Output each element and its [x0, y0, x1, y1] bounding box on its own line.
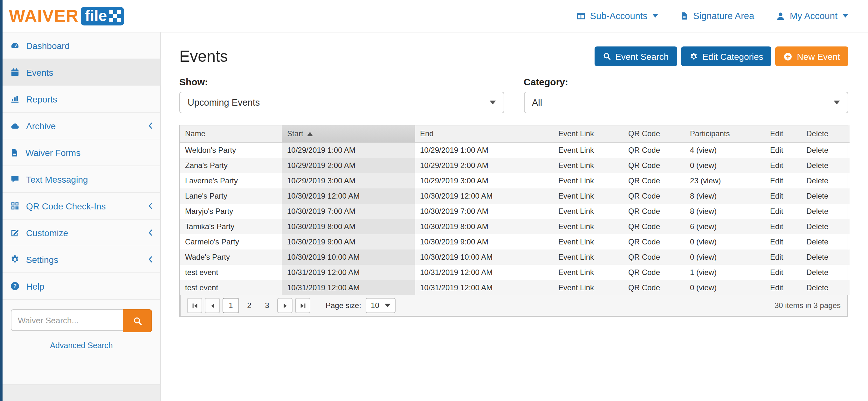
edit-link[interactable]: Edit: [770, 268, 783, 277]
edit-link[interactable]: Edit: [770, 237, 783, 246]
sidebar-item-customize[interactable]: Customize: [3, 220, 160, 246]
delete-link[interactable]: Delete: [806, 283, 828, 292]
sidebar-item-events[interactable]: Events: [3, 59, 160, 86]
qr-code-link[interactable]: QR Code: [628, 146, 660, 155]
edit-link[interactable]: Edit: [770, 222, 783, 231]
previous-page-button[interactable]: [205, 298, 220, 313]
sidebar-item-text-messaging[interactable]: Text Messaging: [3, 166, 160, 193]
sidebar-item-label: Settings: [26, 254, 58, 264]
qr-code-link[interactable]: QR Code: [628, 253, 660, 262]
column-header-name[interactable]: Name: [180, 125, 282, 142]
edit-link[interactable]: Edit: [770, 161, 783, 170]
participants-view-link[interactable]: 0 (view): [690, 161, 717, 170]
new-event-button[interactable]: New Event: [775, 47, 848, 66]
delete-link[interactable]: Delete: [806, 222, 828, 231]
logo-file-box: file: [81, 7, 124, 25]
sidebar-item-archive[interactable]: Archive: [3, 113, 160, 139]
show-select[interactable]: Upcoming Events: [179, 92, 504, 113]
event-link[interactable]: Event Link: [558, 237, 594, 246]
waiverfile-logo[interactable]: WAIVER file: [9, 6, 124, 26]
event-link[interactable]: Event Link: [558, 176, 594, 185]
participants-view-link[interactable]: 8 (view): [690, 192, 717, 200]
qr-code-link[interactable]: QR Code: [628, 237, 660, 246]
qr-code-link[interactable]: QR Code: [628, 192, 660, 200]
event-link[interactable]: Event Link: [558, 146, 594, 155]
participants-view-link[interactable]: 0 (view): [690, 253, 717, 262]
event-link[interactable]: Event Link: [558, 192, 594, 200]
last-page-button[interactable]: [295, 298, 310, 313]
delete-link[interactable]: Delete: [806, 176, 828, 185]
participants-view-link[interactable]: 0 (view): [690, 283, 717, 292]
event-link[interactable]: Event Link: [558, 207, 594, 216]
signature-area-link[interactable]: Signature Area: [680, 11, 754, 21]
participants-view-link[interactable]: 23 (view): [690, 176, 721, 185]
page-number-2[interactable]: 2: [242, 298, 257, 313]
edit-categories-button[interactable]: Edit Categories: [681, 47, 771, 66]
qr-code-link[interactable]: QR Code: [628, 176, 660, 185]
my-account-menu[interactable]: My Account: [776, 11, 848, 21]
event-name-cell: Zana's Party: [180, 158, 282, 173]
participants-view-link[interactable]: 8 (view): [690, 207, 717, 216]
event-link[interactable]: Event Link: [558, 268, 594, 277]
column-header-end[interactable]: End: [414, 125, 553, 142]
event-link[interactable]: Event Link: [558, 283, 594, 292]
qr-code-cell: QR Code: [623, 265, 685, 280]
sidebar-item-settings[interactable]: Settings: [3, 246, 160, 273]
column-header-edit[interactable]: Edit: [765, 125, 801, 142]
qr-code-link[interactable]: QR Code: [628, 161, 660, 170]
waiver-search-button[interactable]: [123, 309, 152, 332]
event-link[interactable]: Event Link: [558, 161, 594, 170]
column-header-event-link[interactable]: Event Link: [553, 125, 623, 142]
participants-view-link[interactable]: 0 (view): [690, 237, 717, 246]
edit-link[interactable]: Edit: [770, 192, 783, 200]
delete-link[interactable]: Delete: [806, 207, 828, 216]
qr-code-link[interactable]: QR Code: [628, 283, 660, 292]
sidebar-item-waiver-forms[interactable]: Waiver Forms: [3, 139, 160, 166]
category-filter-label: Category:: [524, 76, 848, 87]
qr-code-link[interactable]: QR Code: [628, 207, 660, 216]
checkered-flag-icon: [110, 10, 121, 21]
edit-link[interactable]: Edit: [770, 146, 783, 155]
sub-accounts-menu[interactable]: Sub-Accounts: [576, 11, 658, 21]
page-size-select[interactable]: 10: [366, 298, 396, 313]
delete-link[interactable]: Delete: [806, 253, 828, 262]
column-header-delete[interactable]: Delete: [801, 125, 849, 142]
event-link[interactable]: Event Link: [558, 253, 594, 262]
event-search-button[interactable]: Event Search: [594, 47, 677, 66]
event-name-cell: Tamika's Party: [180, 219, 282, 234]
delete-link[interactable]: Delete: [806, 192, 828, 200]
page-number-3[interactable]: 3: [259, 298, 275, 313]
event-link[interactable]: Event Link: [558, 222, 594, 231]
participants-view-link[interactable]: 6 (view): [690, 222, 717, 231]
event-search-label: Event Search: [615, 51, 669, 61]
column-header-participants[interactable]: Participants: [685, 125, 765, 142]
edit-link[interactable]: Edit: [770, 283, 783, 292]
sidebar-item-qr-code-check-ins[interactable]: QR Code Check-Ins: [3, 193, 160, 220]
next-page-button[interactable]: [277, 298, 292, 313]
delete-link[interactable]: Delete: [806, 268, 828, 277]
advanced-search-link[interactable]: Advanced Search: [3, 341, 160, 350]
sidebar-item-help[interactable]: ? Help: [3, 273, 160, 300]
column-header-qr-code[interactable]: QR Code: [623, 125, 685, 142]
delete-link[interactable]: Delete: [806, 146, 828, 155]
page-number-1[interactable]: 1: [223, 298, 239, 313]
qr-code-link[interactable]: QR Code: [628, 268, 660, 277]
event-end-cell: 10/29/2019 2:00 AM: [414, 158, 553, 173]
delete-link[interactable]: Delete: [806, 161, 828, 170]
sidebar-item-label: Customize: [26, 228, 68, 238]
sidebar-item-reports[interactable]: Reports: [3, 86, 160, 113]
sidebar-item-dashboard[interactable]: Dashboard: [3, 32, 160, 59]
category-select[interactable]: All: [524, 92, 848, 113]
delete-link[interactable]: Delete: [806, 237, 828, 246]
edit-link[interactable]: Edit: [770, 207, 783, 216]
qr-code-link[interactable]: QR Code: [628, 222, 660, 231]
events-table-body: Weldon's Party 10/29/2019 1:00 AM 10/29/…: [180, 142, 849, 295]
first-page-button[interactable]: [187, 298, 202, 313]
column-header-start[interactable]: Start: [282, 125, 414, 142]
edit-link[interactable]: Edit: [770, 253, 783, 262]
sidebar: Dashboard Events Repor: [3, 32, 161, 401]
participants-view-link[interactable]: 4 (view): [690, 146, 717, 155]
waiver-search-input[interactable]: [11, 309, 123, 331]
edit-link[interactable]: Edit: [770, 176, 783, 185]
participants-view-link[interactable]: 1 (view): [690, 268, 717, 277]
